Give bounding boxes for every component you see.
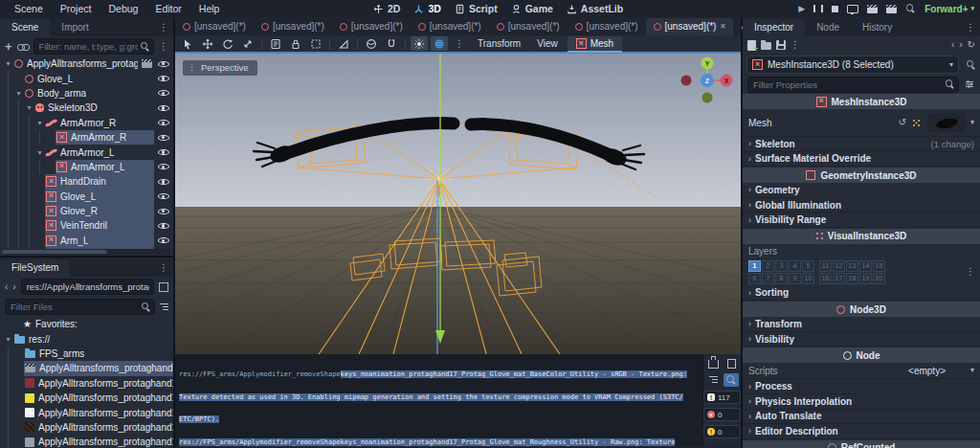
layer-toggle[interactable]: 2 bbox=[762, 260, 774, 272]
visibility-eye-icon[interactable] bbox=[158, 102, 169, 113]
play-button[interactable]: ▶ bbox=[798, 5, 805, 13]
message-count-badge[interactable]: !117 bbox=[703, 391, 741, 404]
visibility-eye-icon[interactable] bbox=[158, 74, 169, 84]
expand-caret[interactable]: ▾ bbox=[24, 103, 34, 112]
snap-toggle-button[interactable] bbox=[383, 36, 400, 51]
play-custom-scene-button[interactable] bbox=[886, 5, 897, 13]
tab-filesystem[interactable]: FileSystem bbox=[0, 259, 70, 277]
section-geometryinstance3d[interactable]: GeometryInstance3D bbox=[743, 167, 980, 183]
section-node3d[interactable]: Node3D bbox=[743, 301, 980, 317]
expand-caret[interactable]: ▾ bbox=[34, 148, 45, 157]
movie-maker-button[interactable] bbox=[905, 4, 916, 14]
layer-toggle[interactable]: 9 bbox=[789, 273, 801, 284]
load-resource-button[interactable] bbox=[761, 42, 771, 50]
layer-toggle[interactable]: 4 bbox=[789, 260, 801, 272]
tab-inspector[interactable]: Inspector bbox=[743, 19, 805, 36]
mesh-thumbnail[interactable] bbox=[927, 113, 966, 132]
file-item[interactable]: ApplyAlltransforms_protaghand17_... bbox=[0, 405, 173, 419]
tree-node-selected[interactable]: Arm_L bbox=[0, 234, 173, 248]
revert-icon[interactable]: ↺ bbox=[899, 118, 906, 127]
scene-tab[interactable]: [unsaved](*) bbox=[568, 18, 646, 35]
visibility-eye-icon[interactable] bbox=[158, 176, 169, 187]
tab-history[interactable]: History bbox=[851, 19, 903, 36]
menu-project[interactable]: Project bbox=[54, 2, 99, 15]
search-log-button[interactable] bbox=[724, 373, 739, 387]
scene-tree-hscrollbar[interactable] bbox=[2, 249, 171, 255]
scripts-value[interactable]: <empty> bbox=[908, 366, 946, 376]
tree-node-selected[interactable]: Glove_R bbox=[0, 204, 173, 218]
workspace-game-button[interactable]: Game bbox=[511, 3, 553, 14]
layer-toggle[interactable]: 8 bbox=[775, 273, 788, 284]
transform-menu[interactable]: Transform bbox=[471, 38, 527, 49]
workspace-assetlib-button[interactable]: AssetLib bbox=[567, 3, 623, 14]
tree-node-selected[interactable]: ArmArmor_R bbox=[0, 130, 173, 145]
favorites-item[interactable]: ★ Favorites: bbox=[0, 317, 173, 331]
scale-tool-button[interactable] bbox=[239, 36, 256, 51]
viewport-3d[interactable]: Y X Z ⋮ Perspective bbox=[175, 54, 741, 354]
copy-log-button[interactable] bbox=[724, 357, 739, 370]
visibility-eye-icon[interactable] bbox=[158, 162, 169, 172]
view-menu[interactable]: View bbox=[530, 38, 565, 49]
section-visualinstance3d[interactable]: VisualInstance3D bbox=[743, 228, 980, 244]
visibility-eye-icon[interactable] bbox=[158, 235, 169, 246]
layer-toggle[interactable]: 19 bbox=[859, 273, 872, 284]
expand-caret[interactable]: ▾ bbox=[3, 335, 13, 344]
layer-toggle[interactable]: 3 bbox=[775, 260, 788, 272]
property-physics-interpolation[interactable]: › Physics Interpolation bbox=[743, 394, 980, 410]
dock-menu-icon[interactable]: ⋮ bbox=[154, 263, 173, 277]
expand-caret[interactable]: ▾ bbox=[34, 119, 45, 127]
scene-tree-menu-icon[interactable]: ⋮ bbox=[159, 42, 168, 52]
tree-node-selected[interactable]: VeinTendril bbox=[0, 218, 173, 233]
visibility-eye-icon[interactable] bbox=[158, 191, 169, 202]
layer-toggle[interactable]: 6 bbox=[748, 273, 761, 284]
current-path-input[interactable] bbox=[22, 280, 153, 294]
scene-tab[interactable]: [unsaved](*) bbox=[411, 18, 489, 35]
file-item[interactable]: ApplyAlltransforms_protaghand17_... bbox=[0, 435, 173, 448]
error-count-badge[interactable]: ×0 bbox=[703, 408, 741, 421]
menu-debug[interactable]: Debug bbox=[101, 2, 145, 15]
property-visibility-range[interactable]: › Visibility Range bbox=[743, 213, 980, 228]
property-geometry[interactable]: › Geometry bbox=[743, 183, 980, 198]
tab-node[interactable]: Node bbox=[805, 19, 851, 36]
workspace-2d-button[interactable]: 2D bbox=[373, 3, 400, 14]
scene-tab[interactable]: [unsaved](*) bbox=[332, 18, 411, 35]
file-item-selected[interactable]: ApplyAlltransforms_protaghand17_... bbox=[0, 361, 173, 375]
property-transform[interactable]: › Transform bbox=[743, 317, 980, 332]
file-item[interactable]: ApplyAlltransforms_protaghand17_... bbox=[0, 391, 173, 405]
layer-toggle[interactable]: 15 bbox=[873, 260, 885, 272]
section-refcounted[interactable]: RefCounted bbox=[743, 439, 980, 448]
layer-toggle[interactable]: 10 bbox=[802, 273, 814, 284]
visibility-eye-icon[interactable] bbox=[158, 58, 169, 69]
file-filter-input[interactable] bbox=[6, 300, 154, 314]
open-docs-button[interactable] bbox=[966, 59, 976, 70]
expand-caret[interactable]: ▾ bbox=[13, 89, 24, 98]
workspace-3d-button[interactable]: 3D bbox=[413, 3, 440, 14]
clear-log-button[interactable] bbox=[705, 357, 721, 370]
save-resource-button[interactable] bbox=[776, 40, 786, 50]
file-item[interactable]: ApplyAlltransforms_protaghand17_... bbox=[0, 376, 173, 391]
ruler-mode-button[interactable] bbox=[335, 36, 352, 51]
nav-forward-icon[interactable]: › bbox=[12, 282, 15, 292]
preview-sun-toggle[interactable] bbox=[411, 36, 428, 51]
menu-scene[interactable]: Scene bbox=[8, 2, 50, 15]
tree-node[interactable]: ▾ ArmArmor_R bbox=[0, 116, 173, 130]
visibility-eye-icon[interactable] bbox=[158, 206, 169, 216]
warning-count-badge[interactable]: !0 bbox=[703, 425, 741, 438]
tree-node-selected[interactable]: ArmArmor_L bbox=[0, 160, 173, 174]
tree-node[interactable]: ▾ Body_arma bbox=[0, 86, 173, 101]
scene-tab-active[interactable]: [unsaved](*) × bbox=[646, 18, 734, 35]
visibility-eye-icon[interactable] bbox=[158, 147, 169, 158]
group-selected-button[interactable] bbox=[307, 36, 324, 51]
mesh-menu[interactable]: Mesh bbox=[568, 36, 622, 53]
workspace-script-button[interactable]: Script bbox=[455, 3, 498, 14]
property-skeleton[interactable]: › Skeleton (1 change) bbox=[743, 137, 980, 152]
property-scripts[interactable]: Scripts <empty> ▾ bbox=[743, 363, 980, 379]
move-tool-button[interactable] bbox=[199, 36, 216, 51]
add-node-button[interactable]: + bbox=[5, 40, 12, 53]
list-select-button[interactable] bbox=[267, 36, 284, 51]
scene-tab[interactable]: [unsaved](*) bbox=[175, 18, 254, 35]
dock-menu-icon[interactable]: ⋮ bbox=[961, 23, 980, 36]
menu-editor[interactable]: Editor bbox=[148, 2, 188, 15]
chevron-down-icon[interactable]: ▾ bbox=[970, 367, 974, 374]
layer-toggle[interactable]: 16 bbox=[819, 273, 832, 284]
